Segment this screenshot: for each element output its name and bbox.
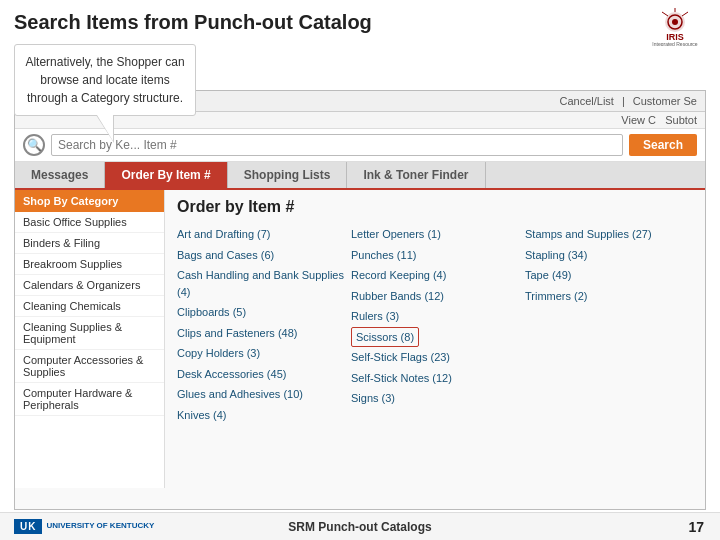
item-scissors[interactable]: Scissors (8)	[351, 327, 419, 348]
tooltip-arrow-inner	[97, 115, 113, 141]
iris-logo: IRIS Integrated Resource	[644, 8, 706, 46]
item-clips-fasteners[interactable]: Clips and Fasteners (48)	[177, 323, 345, 344]
sidebar-title[interactable]: Shop By Category	[15, 190, 164, 212]
item-signs[interactable]: Signs (3)	[351, 388, 519, 409]
sidebar-item-computer-acc[interactable]: Computer Accessories & Supplies	[15, 350, 164, 383]
item-letter-openers[interactable]: Letter Openers (1)	[351, 224, 519, 245]
sidebar-item-breakroom[interactable]: Breakroom Supplies	[15, 254, 164, 275]
footer-center-text: SRM Punch-out Catalogs	[288, 520, 431, 534]
tooltip-box: Alternatively, the Shopper can browse an…	[14, 44, 196, 116]
item-punches[interactable]: Punches (11)	[351, 245, 519, 266]
item-clipboards[interactable]: Clipboards (5)	[177, 302, 345, 323]
iris-logo-icon: IRIS Integrated Resource	[644, 8, 706, 46]
footer-page-number: 17	[688, 519, 704, 535]
item-tape[interactable]: Tape (49)	[525, 265, 693, 286]
uk-logo-box: UK	[14, 519, 42, 534]
customer-se-link[interactable]: Customer Se	[633, 95, 697, 107]
sidebar-item-cleaning-supplies[interactable]: Cleaning Supplies & Equipment	[15, 317, 164, 350]
tab-messages[interactable]: Messages	[15, 162, 105, 188]
catalog-area: Cancel/List | Customer Se View C Subtot …	[14, 90, 706, 510]
footer-bar: UK UNIVERSITY OF KENTUCKY SRM Punch-out …	[0, 512, 720, 540]
item-rulers[interactable]: Rulers (3)	[351, 306, 519, 327]
item-desk-accessories[interactable]: Desk Accessories (45)	[177, 364, 345, 385]
item-glues[interactable]: Glues and Adhesives (10)	[177, 384, 345, 405]
search-icon: 🔍	[23, 134, 45, 156]
item-col-1: Art and Drafting (7) Bags and Cases (6) …	[177, 224, 345, 425]
topbar-separator: |	[622, 95, 625, 107]
item-copy-holders[interactable]: Copy Holders (3)	[177, 343, 345, 364]
search-button[interactable]: Search	[629, 134, 697, 156]
svg-point-2	[672, 19, 678, 25]
items-grid: Art and Drafting (7) Bags and Cases (6) …	[177, 224, 693, 425]
item-self-stick-notes[interactable]: Self-Stick Notes (12)	[351, 368, 519, 389]
subtot-label: Subtot	[665, 114, 697, 126]
search-bar: 🔍 Search	[15, 129, 705, 162]
item-knives[interactable]: Knives (4)	[177, 405, 345, 426]
item-record-keeping[interactable]: Record Keeping (4)	[351, 265, 519, 286]
nav-tabs: Messages Order By Item # Shopping Lists …	[15, 162, 705, 190]
svg-line-3	[662, 12, 668, 16]
main-content-title: Order by Item #	[177, 198, 693, 216]
sidebar-item-basic-office[interactable]: Basic Office Supplies	[15, 212, 164, 233]
sidebar-item-computer-hw[interactable]: Computer Hardware & Peripherals	[15, 383, 164, 416]
content-area: Shop By Category Basic Office Supplies B…	[15, 190, 705, 488]
item-self-stick-flags[interactable]: Self-Stick Flags (23)	[351, 347, 519, 368]
item-cash-handling[interactable]: Cash Handling and Bank Supplies (4)	[177, 265, 345, 302]
item-col-2: Letter Openers (1) Punches (11) Record K…	[351, 224, 519, 425]
sidebar-item-calendars[interactable]: Calendars & Organizers	[15, 275, 164, 296]
item-rubber-bands[interactable]: Rubber Bands (12)	[351, 286, 519, 307]
uk-logo: UK UNIVERSITY OF KENTUCKY	[14, 512, 154, 540]
search-input[interactable]	[51, 134, 623, 156]
item-col-3: Stamps and Supplies (27) Stapling (34) T…	[525, 224, 693, 425]
tab-order-by-item[interactable]: Order By Item #	[105, 162, 227, 188]
svg-line-4	[682, 12, 688, 16]
item-stamps[interactable]: Stamps and Supplies (27)	[525, 224, 693, 245]
tab-ink-toner[interactable]: Ink & Toner Finder	[347, 162, 485, 188]
item-bags-cases[interactable]: Bags and Cases (6)	[177, 245, 345, 266]
header: Search Items from Punch-out Catalog IRIS…	[14, 10, 706, 46]
svg-text:Integrated Resource: Integrated Resource	[652, 41, 698, 46]
tab-shopping-lists[interactable]: Shopping Lists	[228, 162, 348, 188]
main-content: Order by Item # Art and Drafting (7) Bag…	[165, 190, 705, 488]
sidebar: Shop By Category Basic Office Supplies B…	[15, 190, 165, 488]
uk-logo-text: UNIVERSITY OF KENTUCKY	[46, 521, 154, 531]
sidebar-item-cleaning-chem[interactable]: Cleaning Chemicals	[15, 296, 164, 317]
view-c-link[interactable]: View C	[621, 114, 656, 126]
item-trimmers[interactable]: Trimmers (2)	[525, 286, 693, 307]
page-container: Search Items from Punch-out Catalog IRIS…	[0, 0, 720, 540]
cancel-list-link[interactable]: Cancel/List	[560, 95, 614, 107]
item-stapling[interactable]: Stapling (34)	[525, 245, 693, 266]
item-art-drafting[interactable]: Art and Drafting (7)	[177, 224, 345, 245]
tooltip-text: Alternatively, the Shopper can browse an…	[25, 55, 184, 105]
sidebar-item-binders[interactable]: Binders & Filing	[15, 233, 164, 254]
page-title: Search Items from Punch-out Catalog	[14, 10, 372, 34]
